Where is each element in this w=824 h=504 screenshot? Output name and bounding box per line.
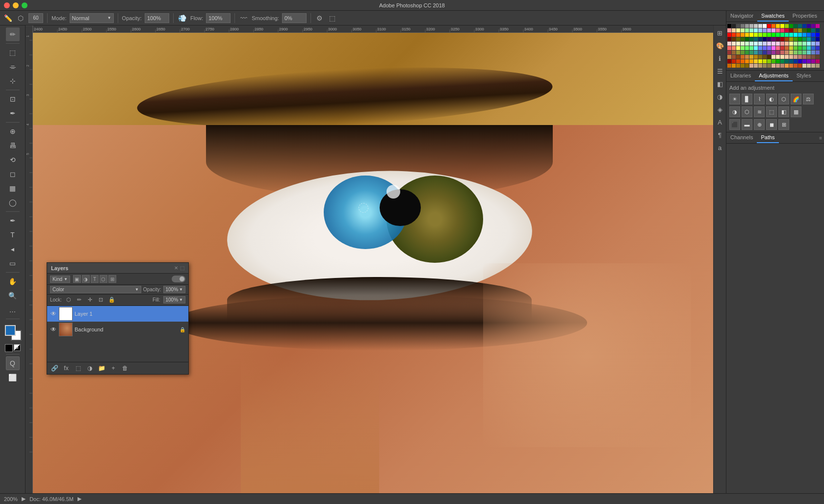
swatch-cell[interactable] bbox=[772, 59, 775, 63]
swatch-cell[interactable] bbox=[745, 28, 749, 32]
swatch-cell[interactable] bbox=[758, 64, 762, 68]
swatch-cell[interactable] bbox=[763, 46, 767, 50]
swatch-cell[interactable] bbox=[811, 55, 815, 59]
swatch-cell[interactable] bbox=[767, 50, 771, 54]
gradient-btn[interactable]: ▦ bbox=[6, 181, 20, 195]
gradient-map-btn[interactable]: ▬ bbox=[742, 119, 752, 130]
swatch-cell[interactable] bbox=[758, 33, 762, 37]
shape-tool-btn[interactable]: ▭ bbox=[6, 256, 20, 270]
paths-menu-btn[interactable]: ≡ bbox=[817, 133, 824, 143]
history-btn[interactable]: ⟲ bbox=[6, 153, 20, 167]
swatch-cell[interactable] bbox=[789, 37, 793, 41]
swatch-cell[interactable] bbox=[802, 24, 806, 28]
swatch-cell[interactable] bbox=[767, 28, 771, 32]
hand-tool-btn[interactable]: ✋ bbox=[6, 275, 20, 288]
swatches-tab[interactable]: Swatches bbox=[757, 11, 789, 22]
swatch-cell[interactable] bbox=[732, 42, 736, 46]
lock-artboard-btn[interactable]: ⊡ bbox=[97, 296, 105, 303]
swatch-cell[interactable] bbox=[794, 24, 798, 28]
tablet-icon[interactable]: ⬚ bbox=[328, 13, 337, 23]
swatch-cell[interactable] bbox=[763, 28, 767, 32]
layer1-visibility[interactable]: 👁 bbox=[50, 310, 57, 317]
swatch-cell[interactable] bbox=[745, 33, 749, 37]
navigator-panel-icon[interactable]: ⊞ bbox=[715, 27, 725, 38]
swatch-cell[interactable] bbox=[736, 64, 740, 68]
blend-mode-dropdown[interactable]: Color ▼ bbox=[50, 286, 141, 293]
swatch-cell[interactable] bbox=[807, 46, 811, 50]
swatch-cell[interactable] bbox=[741, 64, 745, 68]
swatch-cell[interactable] bbox=[807, 42, 811, 46]
pattern-btn[interactable]: ⊞ bbox=[778, 119, 789, 130]
swatch-cell[interactable] bbox=[785, 24, 789, 28]
swatch-cell[interactable] bbox=[736, 59, 740, 63]
swatch-cell[interactable] bbox=[772, 50, 775, 54]
swatch-cell[interactable] bbox=[763, 33, 767, 37]
swatch-cell[interactable] bbox=[802, 42, 806, 46]
swatch-cell[interactable] bbox=[802, 55, 806, 59]
swatch-cell[interactable] bbox=[780, 33, 784, 37]
swatch-cell[interactable] bbox=[780, 64, 784, 68]
swatch-cell[interactable] bbox=[741, 42, 745, 46]
swatch-cell[interactable] bbox=[745, 64, 749, 68]
swatch-cell[interactable] bbox=[741, 37, 745, 41]
lock-all-btn[interactable]: 🔒 bbox=[108, 296, 116, 303]
swatch-cell[interactable] bbox=[727, 42, 731, 46]
swatch-cell[interactable] bbox=[741, 50, 745, 54]
swatch-cell[interactable] bbox=[789, 42, 793, 46]
swatch-cell[interactable] bbox=[745, 50, 749, 54]
character-style-icon[interactable]: a bbox=[715, 142, 725, 153]
swatch-cell[interactable] bbox=[732, 33, 736, 37]
swatch-cell[interactable] bbox=[802, 64, 806, 68]
swatch-cell[interactable] bbox=[732, 50, 736, 54]
bw-btn[interactable]: ◑ bbox=[729, 106, 740, 117]
swatch-cell[interactable] bbox=[772, 28, 775, 32]
swatch-cell[interactable] bbox=[763, 59, 767, 63]
path-select-btn[interactable]: ◂ bbox=[6, 242, 20, 256]
swatch-cell[interactable] bbox=[780, 50, 784, 54]
swatch-cell[interactable] bbox=[816, 59, 820, 63]
swatch-cell[interactable] bbox=[816, 64, 820, 68]
brush-preset-icon[interactable]: ⬡ bbox=[16, 13, 26, 23]
swatches-panel-icon[interactable]: 🎨 bbox=[715, 40, 725, 51]
fill-value-control[interactable]: 100% ▼ bbox=[163, 296, 186, 303]
adjustment-layer-btn[interactable]: ◑ bbox=[85, 364, 94, 373]
swatch-cell[interactable] bbox=[736, 37, 740, 41]
foreground-color-swatch[interactable] bbox=[5, 325, 16, 336]
swatch-cell[interactable] bbox=[749, 50, 753, 54]
brightness-contrast-btn[interactable]: ☀ bbox=[729, 94, 740, 104]
navigator-tab[interactable]: Navigator bbox=[726, 11, 757, 22]
lock-transparent-btn[interactable]: ⬡ bbox=[65, 296, 73, 303]
swatch-cell[interactable] bbox=[776, 37, 780, 41]
swatch-cell[interactable] bbox=[802, 33, 806, 37]
swatch-cell[interactable] bbox=[767, 42, 771, 46]
swatch-cell[interactable] bbox=[741, 59, 745, 63]
background-layer-item[interactable]: 👁 Background 🔒 bbox=[47, 322, 188, 337]
swatch-cell[interactable] bbox=[798, 42, 802, 46]
swatch-cell[interactable] bbox=[807, 50, 811, 54]
filter-toggle[interactable] bbox=[172, 276, 185, 282]
threshold-btn[interactable]: ⬛ bbox=[729, 119, 740, 130]
swatch-cell[interactable] bbox=[798, 37, 802, 41]
swatch-cell[interactable] bbox=[807, 55, 811, 59]
swatch-cell[interactable] bbox=[789, 46, 793, 50]
color-lookup-btn[interactable]: ⬚ bbox=[766, 106, 777, 117]
delete-layer-btn[interactable]: 🗑 bbox=[121, 364, 129, 373]
swatch-cell[interactable] bbox=[798, 46, 802, 50]
swatch-cell[interactable] bbox=[794, 59, 798, 63]
swatch-cell[interactable] bbox=[816, 24, 820, 28]
swatch-cell[interactable] bbox=[776, 64, 780, 68]
swatch-cell[interactable] bbox=[789, 64, 793, 68]
swatch-cell[interactable] bbox=[749, 28, 753, 32]
swatch-cell[interactable] bbox=[745, 42, 749, 46]
swatch-cell[interactable] bbox=[789, 28, 793, 32]
swatch-cell[interactable] bbox=[727, 55, 731, 59]
screen-mode-btn[interactable]: ⬜ bbox=[6, 371, 20, 384]
swatch-cell[interactable] bbox=[798, 55, 802, 59]
invert-btn[interactable]: ◧ bbox=[778, 106, 789, 117]
swatch-cell[interactable] bbox=[772, 55, 775, 59]
swatch-cell[interactable] bbox=[785, 46, 789, 50]
swatch-cell[interactable] bbox=[758, 50, 762, 54]
swatch-cell[interactable] bbox=[732, 37, 736, 41]
styles-icon[interactable]: ◈ bbox=[715, 104, 725, 115]
swatch-cell[interactable] bbox=[785, 50, 789, 54]
